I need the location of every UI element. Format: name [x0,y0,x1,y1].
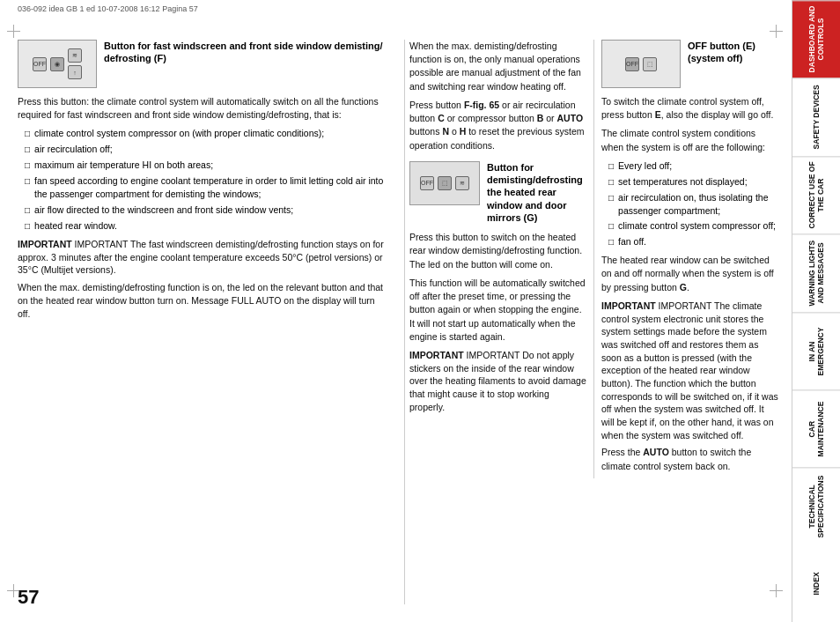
columns: OFF ◉ ≋ ↑ Button for fast windscreen and… [18,40,778,604]
bullet-item: heated rear window. [25,219,387,233]
left-column: OFF ◉ ≋ ↑ Button for fast windscreen and… [18,40,395,604]
heated-rear-text: The heated rear window can be switched o… [601,254,778,294]
right-col: When the max. demisting/defrosting funct… [404,40,778,604]
btn-fan-sim: ≋ [68,48,82,63]
btn-rear: ⬚ [438,176,452,190]
cond-item: fan off. [608,235,778,248]
sidebar-section-dashboard[interactable]: DASHBOARD AND CONTROLS [792,0,840,78]
off-section-header: OFF ⬚ OFF button (E) (system off) [601,40,778,88]
sidebar-section-warning[interactable]: WARNING LIGHTS AND MESSAGES [792,233,840,311]
page-number: 57 [18,586,39,609]
conditions-list: Every led off; set temperatures not disp… [608,159,778,248]
bullet-item: climate control system compressor on (wi… [25,127,387,140]
print-info: 036-092 idea GB 1 ed 10-07-2008 16:12 Pa… [18,4,198,13]
conditions-title: The climate control system conditions wh… [601,127,778,153]
bullet-item: maximum air temperature HI on both areas… [25,159,387,172]
middle-subsection-body: Press this button to switch on the heate… [409,231,586,271]
cond-item: climate control system compressor off; [608,219,778,233]
off-sub-col: OFF ⬚ OFF button (E) (system off) To swi… [593,40,778,478]
middle-subsection-header: OFF ⬚ ≋ Button for demisting/defrosting … [409,161,586,224]
left-para1: When the max. demisting/defrosting funct… [18,281,387,322]
sidebar-section-emergency[interactable]: IN AN EMERGENCY [792,312,840,389]
btn-off2: OFF [420,176,434,190]
right-top: When the max. demisting/defrosting funct… [409,40,778,478]
off-body: To switch the climate control system off… [601,95,778,122]
left-section-header: OFF ◉ ≋ ↑ Button for fast windscreen and… [18,40,387,88]
btn-e: ⬚ [643,57,657,71]
cond-item: Every led off; [608,159,778,173]
fast-windscreen-button-image: OFF ◉ ≋ ↑ [18,40,97,88]
right-sidebar: DASHBOARD AND CONTROLS SAFETY DEVICES CO… [792,0,840,622]
middle-subsection-auto: This function will be automatically swit… [409,277,586,344]
cond-item: air recirculation on, thus isolating the… [608,191,778,217]
middle-subsection-title: Button for demisting/defrosting the heat… [487,161,586,224]
sidebar-section-index[interactable]: INDEX [792,545,840,622]
main-content: 036-092 idea GB 1 ed 10-07-2008 16:12 Pa… [0,0,792,622]
off-button-image: OFF ⬚ [601,40,681,88]
btn-off-main: OFF [625,57,639,71]
left-important1: IMPORTANT IMPORTANT The fast windscreen … [18,238,387,277]
left-intro: Press this button: the climate control s… [18,95,387,122]
bullet-item: fan speed according to engine coolant te… [25,174,387,200]
btn-off-sim: OFF [33,57,47,71]
off-title: OFF button (E) (system off) [688,40,778,65]
heated-rear-inner: OFF ⬚ ≋ [420,176,469,190]
off-inner: OFF ⬚ [625,57,657,71]
btn-rear2: ≋ [455,176,469,190]
middle-important2: IMPORTANT IMPORTANT Do not apply sticker… [409,349,586,413]
cond-item: set temperatures not displayed; [608,175,778,189]
btn-arrow-sim: ↑ [68,65,82,79]
button-image-inner: OFF ◉ ≋ ↑ [33,48,82,79]
press-auto-text: Press the AUTO button to switch the clim… [601,446,778,472]
left-section-title: Button for fast windscreen and front sid… [104,40,387,65]
right-important3: IMPORTANT IMPORTANT The climate control … [601,300,778,442]
left-bullet-list: climate control system compressor on (wi… [25,127,387,232]
middle-para2: Press button F-fig. 65 or air recirculat… [409,99,586,152]
sidebar-section-safety[interactable]: SAFETY DEVICES [792,78,840,155]
bullet-item: air recirculation off; [25,143,387,156]
btn-active-sim: ◉ [50,57,64,71]
middle-sub-col: When the max. demisting/defrosting funct… [409,40,586,478]
middle-para1: When the max. demisting/defrosting funct… [409,40,586,93]
page-container: 036-092 idea GB 1 ed 10-07-2008 16:12 Pa… [0,0,840,622]
sidebar-section-technical[interactable]: TECHNICAL SPECIFICATIONS [792,467,840,544]
heated-rear-button-image: OFF ⬚ ≋ [409,161,480,205]
sidebar-section-maintenance[interactable]: CAR MAINTENANCE [792,389,840,467]
sidebar-section-correct-use[interactable]: CORRECT USE OF THE CAR [792,156,840,233]
bullet-item: air flow directed to the windscreen and … [25,204,387,217]
